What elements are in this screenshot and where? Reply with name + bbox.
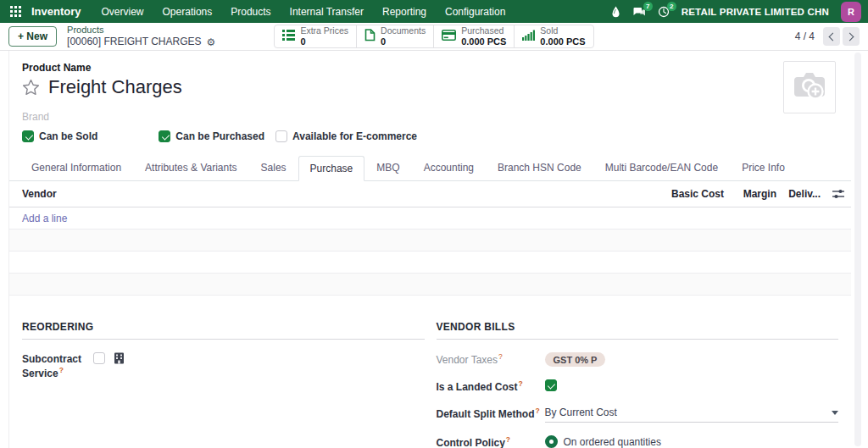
vendor-bills-section: VENDOR BILLS Vendor Taxes? GST 0% P Is a… xyxy=(437,321,839,448)
checkbox-checked-icon xyxy=(22,130,34,142)
empty-table-row xyxy=(9,274,851,296)
landed-cost-label: Is a Landed Cost? xyxy=(437,379,545,394)
optional-columns-icon[interactable] xyxy=(832,189,846,199)
tab-attributes-variants[interactable]: Attributes & Variants xyxy=(133,155,249,180)
app-name[interactable]: Inventory xyxy=(31,5,81,18)
product-name-label: Product Name xyxy=(22,51,838,74)
pager-next-button[interactable] xyxy=(843,27,860,46)
activity-badge: 2 xyxy=(667,2,676,11)
reordering-section: REORDERING Subcontract Service? xyxy=(22,321,425,448)
column-vendor[interactable]: Vendor xyxy=(22,188,646,200)
top-nav: Inventory Overview Operations Products I… xyxy=(0,0,868,23)
stat-sold[interactable]: Sold 0.000 PCS xyxy=(514,25,593,47)
landed-cost-row: Is a Landed Cost? xyxy=(437,379,839,394)
nav-item-configuration[interactable]: Configuration xyxy=(445,6,505,18)
column-margin[interactable]: Margin xyxy=(724,188,776,200)
help-icon[interactable]: ? xyxy=(519,379,523,388)
breadcrumb-current: [00060] FREIGHT CHARGES xyxy=(67,36,202,48)
reordering-title: REORDERING xyxy=(22,321,425,340)
nav-item-internal-transfer[interactable]: Internal Transfer xyxy=(290,6,364,18)
stat-documents[interactable]: Documents 0 xyxy=(356,25,433,47)
help-icon[interactable]: ? xyxy=(536,407,540,415)
subcontract-service-checkbox[interactable] xyxy=(93,352,105,364)
tab-branch-hsn-code[interactable]: Branch HSN Code xyxy=(486,155,593,180)
tab-mbq[interactable]: MBQ xyxy=(364,155,411,180)
subcontract-service-label: Subcontract Service? xyxy=(22,352,93,380)
available-ecommerce-checkbox[interactable]: Available for E-commerce xyxy=(275,130,417,142)
new-button[interactable]: + New xyxy=(8,26,57,47)
company-name[interactable]: RETAIL PRIVATE LIMITED CHN xyxy=(682,7,829,17)
tab-multi-barcode[interactable]: Multi Barcode/EAN Code xyxy=(593,155,730,180)
credit-card-icon xyxy=(442,29,456,44)
column-delivery[interactable]: Deliv... xyxy=(776,188,821,200)
pager-previous-button[interactable] xyxy=(823,27,840,46)
bar-chart-icon xyxy=(522,29,535,44)
control-panel: + New Products [00060] FREIGHT CHARGES ⚙… xyxy=(0,23,868,51)
nav-item-products[interactable]: Products xyxy=(231,6,270,18)
help-icon[interactable]: ? xyxy=(498,352,503,361)
product-title[interactable]: Freight Charges xyxy=(48,76,182,98)
checkbox-unchecked-icon xyxy=(275,130,287,142)
checkbox-checked-icon xyxy=(159,130,170,142)
can-be-purchased-checkbox[interactable]: Can be Purchased xyxy=(159,130,264,142)
empty-table-row xyxy=(9,252,851,274)
split-method-label: Default Split Method? xyxy=(437,407,545,421)
list-icon xyxy=(282,29,295,44)
vendor-bills-title: VENDOR BILLS xyxy=(437,321,839,340)
vertical-scrollbar[interactable] xyxy=(854,53,861,446)
tab-accounting[interactable]: Accounting xyxy=(412,155,486,180)
landed-cost-checkbox[interactable] xyxy=(545,379,557,391)
apps-grid-icon[interactable] xyxy=(10,6,21,17)
building-icon xyxy=(114,352,125,364)
vendor-table: Vendor Basic Cost Margin Deliv... Add a … xyxy=(9,181,851,296)
activity-clock-icon[interactable]: 2 xyxy=(658,6,670,18)
breadcrumb-parent[interactable]: Products xyxy=(67,25,215,36)
breadcrumb-area: + New Products [00060] FREIGHT CHARGES ⚙ xyxy=(8,25,274,49)
tab-sales[interactable]: Sales xyxy=(249,155,298,180)
add-a-line-link[interactable]: Add a line xyxy=(22,213,67,224)
nav-right-tools: 7 2 RETAIL PRIVATE LIMITED CHN R xyxy=(611,2,861,22)
messages-badge: 7 xyxy=(643,2,653,11)
messages-icon[interactable]: 7 xyxy=(632,6,646,18)
vendor-taxes-label: Vendor Taxes? xyxy=(437,352,545,367)
chevron-left-icon xyxy=(829,32,837,41)
column-basic-cost[interactable]: Basic Cost xyxy=(646,188,724,200)
product-image-upload[interactable] xyxy=(783,61,836,113)
user-avatar[interactable]: R xyxy=(841,2,861,22)
tab-general-information[interactable]: General Information xyxy=(19,155,133,180)
split-method-select[interactable]: By Current Cost xyxy=(545,407,839,423)
pager-value: 4 / 4 xyxy=(795,30,815,42)
droplet-icon[interactable] xyxy=(611,6,620,18)
app-window: Inventory Overview Operations Products I… xyxy=(0,0,868,448)
stat-extra-prices[interactable]: Extra Prices 0 xyxy=(275,25,356,47)
add-line-row: Add a line xyxy=(9,207,851,230)
form-sheet: Product Name Freight Charges Can be Sold xyxy=(8,51,851,448)
control-policy-label: Control Policy? xyxy=(437,435,545,448)
control-policy-row: Control Policy? On ordered quantities On… xyxy=(437,435,839,448)
nav-item-operations[interactable]: Operations xyxy=(163,6,213,18)
radio-on-ordered[interactable]: On ordered quantities xyxy=(545,435,665,448)
vendor-tax-tag[interactable]: GST 0% P xyxy=(545,352,606,367)
radio-selected-icon xyxy=(545,435,558,448)
empty-table-row xyxy=(9,230,851,252)
document-icon xyxy=(364,29,376,45)
product-flags: Can be Sold Can be Purchased Available f… xyxy=(22,130,838,142)
breadcrumb: Products [00060] FREIGHT CHARGES ⚙ xyxy=(67,25,215,49)
help-icon[interactable]: ? xyxy=(506,435,510,444)
help-icon[interactable]: ? xyxy=(59,366,64,374)
nav-item-reporting[interactable]: Reporting xyxy=(382,6,426,18)
notebook-tabs: General Information Attributes & Variant… xyxy=(9,155,851,181)
camera-plus-icon xyxy=(791,69,828,106)
can-be-sold-checkbox[interactable]: Can be Sold xyxy=(22,130,97,142)
favorite-star-icon[interactable] xyxy=(22,79,40,96)
chevron-down-icon xyxy=(832,411,838,415)
tab-price-info[interactable]: Price Info xyxy=(730,155,797,180)
chevron-right-icon xyxy=(846,32,854,41)
stat-purchased[interactable]: Purchased 0.000 PCS xyxy=(433,25,514,47)
main-area: Product Name Freight Charges Can be Sold xyxy=(0,51,868,448)
gear-icon[interactable]: ⚙ xyxy=(207,37,216,47)
nav-item-overview[interactable]: Overview xyxy=(102,6,144,18)
tab-purchase[interactable]: Purchase xyxy=(298,156,365,181)
brand-input[interactable] xyxy=(22,111,209,123)
vendor-table-header: Vendor Basic Cost Margin Deliv... xyxy=(9,181,851,207)
